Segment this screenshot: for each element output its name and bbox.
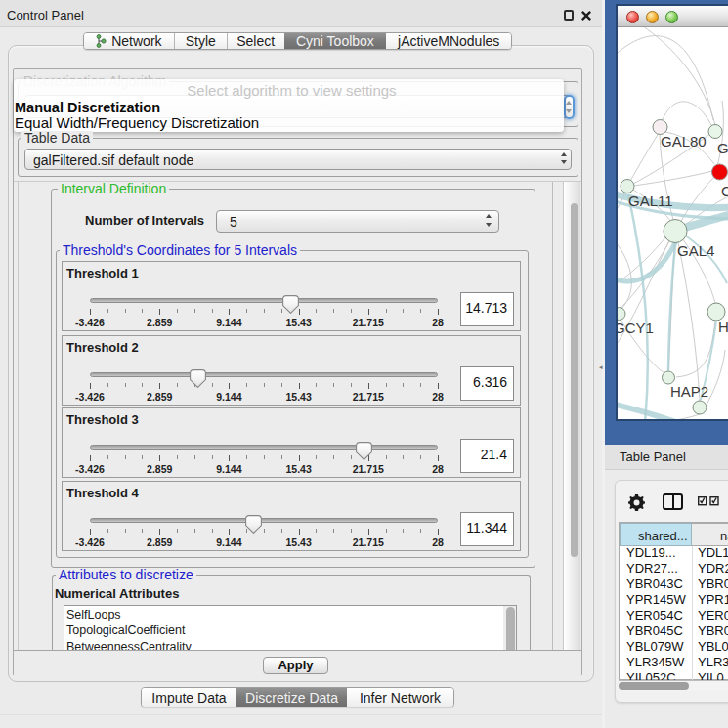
- svg-text:GAL80: GAL80: [661, 133, 707, 150]
- svg-text:C: C: [721, 183, 728, 199]
- svg-text:GCY1: GCY1: [618, 320, 654, 336]
- svg-text:GAL11: GAL11: [628, 193, 673, 209]
- svg-text:GA: GA: [717, 140, 728, 156]
- svg-text:HAP2: HAP2: [670, 383, 708, 400]
- svg-text:GAL4: GAL4: [677, 242, 714, 259]
- svg-text:H: H: [718, 319, 728, 335]
